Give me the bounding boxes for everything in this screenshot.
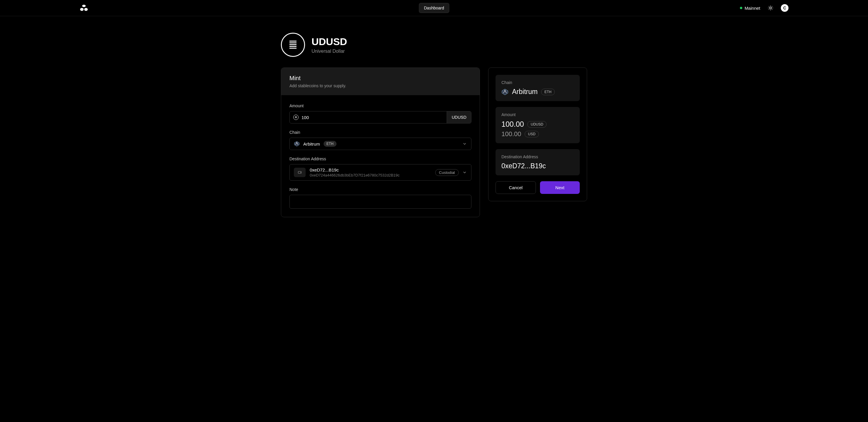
summary-destination-label: Destination Address [501,154,574,159]
summary-chain-label: Chain [501,80,574,85]
svg-rect-13 [289,43,297,43]
destination-select[interactable]: 0xeD72...B19c 0xeD724a446626db3bEb7D7f21… [289,164,471,181]
svg-rect-15 [289,46,297,47]
token-icon [281,33,305,57]
svg-rect-19 [295,117,297,118]
svg-rect-20 [295,118,297,118]
sun-icon [768,5,774,11]
summary-destination-card: Destination Address 0xeD72...B19c [496,149,580,175]
chain-badge: ETH [323,141,337,147]
next-button[interactable]: Next [540,181,580,194]
token-mini-icon [293,115,299,120]
dashboard-button[interactable]: Dashboard [419,3,449,13]
summary-amount-primary: 100.00 [501,120,524,129]
amount-suffix: UDUSD [447,111,471,123]
svg-rect-14 [289,44,297,45]
custodial-badge: Custodial [435,169,459,176]
chain-select[interactable]: Arbitrum ETH [289,138,471,150]
svg-rect-18 [295,117,297,117]
arbitrum-icon [501,88,508,95]
amount-input[interactable] [302,115,443,120]
mint-form-panel: Mint Add stablecoins to your supply. Amo… [281,67,480,217]
form-title: Mint [289,75,471,82]
wallet-icon [294,168,306,177]
svg-point-2 [84,8,88,11]
summary-chain-name: Arbitrum [512,88,538,96]
summary-destination-value: 0xeD72...B19c [501,162,574,170]
summary-amount-primary-badge: UDUSD [527,121,547,128]
chain-name: Arbitrum [303,141,320,146]
theme-toggle[interactable] [767,5,774,11]
main-content: UDUSD Universal Dollar Mint Add stableco… [281,16,587,234]
svg-line-7 [772,9,772,10]
network-status[interactable]: Mainnet [740,6,760,10]
token-symbol: UDUSD [311,36,347,48]
address-short: 0xeD72...B19c [310,167,400,172]
status-dot-icon [740,7,742,9]
svg-rect-16 [289,48,297,49]
amount-label: Amount [289,104,471,108]
summary-chain-card: Chain Arbitrum ETH [496,75,580,101]
summary-amount-label: Amount [501,112,574,117]
chevron-down-icon [462,141,467,146]
chain-label: Chain [289,130,471,135]
svg-line-11 [772,6,772,6]
summary-amount-secondary-badge: USD [525,131,538,137]
token-header: UDUSD Universal Dollar [281,33,587,57]
svg-point-3 [770,7,772,9]
svg-point-23 [300,172,301,172]
summary-amount-card: Amount 100.00 UDUSD 100.00 USD [496,107,580,143]
note-input[interactable] [289,195,471,209]
svg-rect-12 [289,41,297,41]
cancel-button[interactable]: Cancel [496,181,536,194]
summary-panel: Chain Arbitrum ETH Amount 100.00 UDUSD [488,67,587,201]
summary-amount-secondary: 100.00 [501,130,521,138]
svg-point-0 [82,5,86,7]
note-label: Note [289,187,471,192]
svg-point-1 [80,8,84,11]
app-header: Dashboard Mainnet C [0,0,868,16]
avatar[interactable]: C [781,4,788,12]
address-full: 0xeD724a446626db3bEb7D7f21e6780c7532d2B1… [310,173,400,177]
form-subtitle: Add stablecoins to your supply. [289,83,471,88]
summary-chain-badge: ETH [541,89,555,95]
token-name: Universal Dollar [311,49,347,54]
svg-rect-17 [295,116,297,117]
arbitrum-icon [294,141,300,147]
app-logo[interactable] [80,4,88,11]
chevron-down-icon [462,170,467,175]
network-label: Mainnet [745,6,760,10]
destination-label: Destination Address [289,157,471,161]
